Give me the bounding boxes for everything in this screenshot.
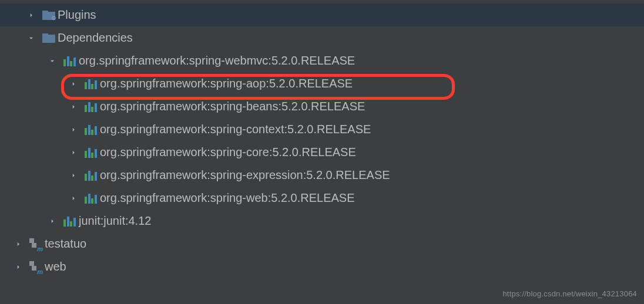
folder-icon: ⚙ [42, 9, 58, 22]
node-label: Plugins [58, 8, 96, 22]
tree-node-dependencies[interactable]: Dependencies [0, 26, 644, 49]
node-label: org.springframework:spring-core:5.2.0.RE… [100, 146, 356, 159]
chevron-right-icon[interactable] [68, 147, 79, 158]
tree-node-dependency-context[interactable]: org.springframework:spring-context:5.2.0… [0, 118, 644, 141]
node-label: org.springframework:spring-aop:5.2.0.REL… [100, 77, 353, 90]
node-label: org.springframework:spring-webmvc:5.2.0.… [79, 54, 355, 67]
library-icon [85, 77, 100, 90]
node-label: Dependencies [58, 31, 133, 45]
node-label: testatuo [45, 237, 86, 251]
chevron-right-icon[interactable] [68, 79, 79, 89]
node-label: org.springframework:spring-expression:5.… [100, 168, 390, 182]
chevron-down-icon[interactable] [26, 33, 36, 43]
folder-icon [42, 32, 58, 45]
watermark-text: https://blog.csdn.net/weixin_43213064 [502, 289, 637, 298]
node-label: web [45, 260, 66, 273]
library-icon [85, 100, 100, 113]
node-label: junit:junit:4.12 [79, 214, 151, 228]
tree-node-dependency-core[interactable]: org.springframework:spring-core:5.2.0.RE… [0, 141, 644, 164]
tree-node-dependency-webmvc[interactable]: org.springframework:spring-webmvc:5.2.0.… [0, 49, 644, 72]
node-label: org.springframework:spring-beans:5.2.0.R… [100, 100, 365, 113]
node-label: org.springframework:spring-web:5.2.0.REL… [100, 191, 355, 205]
tree-node-module-web[interactable]: m web [0, 255, 644, 278]
library-icon [85, 123, 100, 136]
chevron-right-icon[interactable] [47, 216, 58, 227]
library-icon [85, 192, 100, 205]
chevron-right-icon[interactable] [68, 124, 79, 135]
chevron-right-icon[interactable] [68, 102, 79, 112]
tree-node-dependency-web[interactable]: org.springframework:spring-web:5.2.0.REL… [0, 187, 644, 210]
library-icon [85, 146, 100, 159]
tree-node-dependency-junit[interactable]: junit:junit:4.12 [0, 210, 644, 232]
chevron-down-icon[interactable] [47, 56, 58, 66]
chevron-right-icon[interactable] [26, 10, 36, 21]
tree-node-module-testatuo[interactable]: m testatuo [0, 232, 644, 255]
module-icon: m [29, 261, 45, 273]
node-label: org.springframework:spring-context:5.2.0… [100, 123, 371, 136]
tree-node-plugins[interactable]: ⚙ Plugins [0, 4, 644, 26]
library-icon [63, 55, 79, 67]
module-icon: m [29, 238, 45, 251]
chevron-right-icon[interactable] [13, 262, 24, 272]
chevron-right-icon[interactable] [68, 193, 79, 204]
project-tree: ⚙ Plugins Dependencies org.springframewo… [0, 0, 644, 278]
library-icon [85, 169, 100, 182]
tree-node-dependency-aop[interactable]: org.springframework:spring-aop:5.2.0.REL… [0, 72, 644, 95]
tree-node-dependency-beans[interactable]: org.springframework:spring-beans:5.2.0.R… [0, 95, 644, 118]
chevron-right-icon[interactable] [68, 170, 79, 181]
chevron-right-icon[interactable] [13, 239, 24, 249]
library-icon [63, 215, 79, 228]
tree-node-dependency-expression[interactable]: org.springframework:spring-expression:5.… [0, 164, 644, 187]
